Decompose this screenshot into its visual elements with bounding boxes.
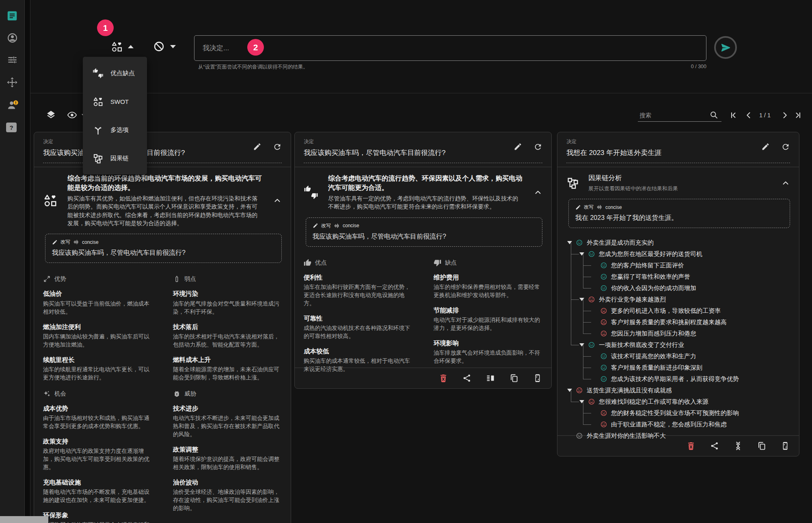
- move-nav-button[interactable]: [6, 77, 18, 89]
- tree-node-label: 外卖行业竞争越来越激烈: [599, 296, 666, 303]
- move-icon: [6, 77, 18, 88]
- positive-face-icon: [600, 284, 607, 292]
- regenerate-button[interactable]: [533, 142, 542, 151]
- tree-node-label: 您的客户始终留下正面评价: [611, 262, 684, 269]
- menu-item-pros-cons[interactable]: 优点缺点: [83, 59, 147, 87]
- trash-icon: [686, 441, 696, 451]
- menu-item-multi-option[interactable]: 多选项: [83, 116, 147, 144]
- pencil-icon: [313, 223, 318, 228]
- schema-icon: [93, 153, 104, 164]
- section-title: 优势: [54, 275, 66, 283]
- analysis-type-dropdown-button[interactable]: [111, 41, 134, 53]
- thumb-up-icon: [304, 259, 311, 267]
- edit-decision-button[interactable]: [761, 142, 770, 151]
- search-icon[interactable]: [709, 110, 719, 120]
- card-header: 决定 我应该购买油车吗，尽管电动汽车目前很流行?: [295, 132, 551, 157]
- tree-node: 客户对服务质量的新进步印象深刻: [592, 362, 790, 373]
- card-header: 决定 我想在 2023 年开始送外卖生涯: [557, 132, 799, 157]
- chevron-left-icon: [744, 110, 754, 120]
- delete-card-button[interactable]: [438, 373, 448, 383]
- copy-button[interactable]: [509, 373, 519, 383]
- negative-face-icon: [600, 330, 607, 337]
- previous-page-button[interactable]: [744, 110, 754, 120]
- next-page-button[interactable]: [780, 110, 790, 120]
- analysis-item: 成本优势由于油车市场相对较大和成熟，购买油车通常会享受到更多的成本优势和购车优惠…: [43, 405, 152, 430]
- compare-view-button[interactable]: [486, 373, 495, 383]
- menu-item-swot[interactable]: SWOT: [83, 87, 147, 116]
- last-page-button[interactable]: [793, 110, 803, 120]
- collapse-analysis-button[interactable]: [781, 179, 790, 187]
- negative-face-icon: [600, 319, 607, 326]
- tree-node-label: 你的收入会因为你的成功而增加: [611, 284, 696, 292]
- dashed-divider: [566, 163, 790, 163]
- item-title: 成本较低: [304, 347, 412, 355]
- step-badge-2: 2: [247, 39, 264, 56]
- item-description: 由于油车市场相对较大和成熟，购买油车通常会享受到更多的成本优势和购车优惠。: [43, 414, 152, 430]
- visibility-button[interactable]: [67, 110, 77, 120]
- app-window: ? 1 2 从“设置”页面尝试不同的音调以获得不同的结果。 0 / 300 1 …: [0, 0, 812, 523]
- analysis-item: 环境污染油车的尾气排放会对空气质量和环境造成污染，不利于环保。: [173, 290, 282, 316]
- section-opportunities: 机会成本优势由于油车市场相对较大和成熟，购买油车通常会享受到更多的成本优势和购车…: [43, 382, 152, 523]
- item-description: 随着环境保护意识的提高，政府可能会调整相关政策，限制油车的使用和销售。: [173, 455, 282, 471]
- tree-node-label: 客户对服务质量的要求和挑剔程度越来越高: [611, 319, 727, 326]
- share-button[interactable]: [710, 441, 719, 451]
- regenerate-button[interactable]: [781, 142, 790, 151]
- rewrite-box[interactable]: 改写 concise 我在 2023 年开始了我的送货生涯。: [568, 199, 790, 228]
- profile-alert-nav-button[interactable]: [6, 99, 18, 111]
- tone-eq-icon: [334, 223, 340, 229]
- menu-item-causal-chain[interactable]: 因果链: [83, 144, 147, 172]
- tune-icon: [7, 54, 18, 65]
- rewrite-box[interactable]: 改写 concise 我应该购买油车吗，尽管电动汽车目前很流行?: [45, 234, 282, 263]
- help-nav-button[interactable]: ?: [6, 121, 18, 133]
- decision-input[interactable]: [194, 35, 706, 61]
- item-title: 环境污染: [173, 290, 282, 298]
- item-title: 政策调整: [173, 446, 282, 454]
- tree-node: 外卖生涯对你的生活影响不大: [567, 430, 790, 441]
- item-description: 选择购买电动汽车可以展示个人环保意识和对环境保护的贡献。: [43, 521, 152, 523]
- tree-node: 你的收入会因为你的成功而增加: [592, 282, 790, 294]
- export-image-button[interactable]: [533, 373, 542, 383]
- rewrite-box[interactable]: 改写 concise 我应该购买油车吗，尽管电动汽车目前很流行?: [306, 217, 542, 247]
- regenerate-button[interactable]: [273, 142, 282, 151]
- layers-view-button[interactable]: [46, 110, 56, 120]
- tree-node-label: 一项新技术彻底改变了交付行业: [599, 341, 684, 349]
- analysis-item: 政策支持政府对电动汽车的政策支持力度在逐渐增加，购买电动汽车可能享受到相关政策的…: [43, 437, 152, 471]
- positive-face-icon: [600, 273, 607, 280]
- positive-face-icon: [600, 364, 607, 371]
- tree-node: 送货生涯充满挑战且没有成就感您很难找到稳定的工作或可靠的收入来源您的财务稳定性受…: [567, 385, 790, 430]
- export-image-button[interactable]: [780, 441, 790, 451]
- horizontal-scrollbar-thumb[interactable]: [0, 516, 48, 523]
- copy-button[interactable]: [757, 441, 767, 451]
- positive-face-icon: [600, 375, 607, 383]
- section-header: 弱点: [173, 275, 282, 283]
- decision-title: 我应该购买油车吗，尽管电动汽车目前很流行?: [304, 148, 445, 157]
- account-nav-button[interactable]: [6, 32, 18, 44]
- tone-eq-icon: [596, 204, 603, 210]
- first-page-button[interactable]: [729, 110, 739, 120]
- share-button[interactable]: [462, 373, 472, 383]
- edit-decision-button[interactable]: [253, 142, 261, 151]
- section-header: 优势: [43, 275, 152, 283]
- tone-label: concise: [605, 204, 622, 210]
- caret-down-icon: [170, 45, 176, 48]
- collapse-summary-button[interactable]: [533, 188, 542, 197]
- submit-decision-button[interactable]: [714, 36, 737, 59]
- tree-node: 该技术可提高您的效率和生产力: [592, 351, 790, 362]
- tree-node: 外卖生涯是成功而充实的您成为您所在地区最受好评的送货司机您的客户始终留下正面评价…: [567, 237, 790, 385]
- settings-nav-button[interactable]: [6, 54, 18, 67]
- card-header: 决定 我应该购买油车吗，尽管电动汽车目前很流行?: [34, 132, 291, 157]
- item-description: 油车在加油和行驶距离方面有一定的优势，更适合长途旅行和没有电动充电设施的地方。: [304, 283, 412, 308]
- section-title: 弱点: [184, 275, 196, 283]
- tree-node: 外卖行业竞争越来越激烈更多的司机进入市场，导致较低的工资率客户对服务质量的要求和…: [579, 294, 790, 339]
- analysis-type-menu: 优点缺点SWOT多选项因果链: [83, 57, 147, 174]
- delete-card-button[interactable]: [686, 441, 696, 451]
- collapse-summary-button[interactable]: [273, 196, 282, 205]
- share-icon: [710, 441, 719, 451]
- tree-node-label: 您成为您所在地区最受好评的送货司机: [599, 250, 702, 258]
- collapse-all-button[interactable]: [733, 441, 743, 451]
- edit-decision-button[interactable]: [514, 142, 522, 151]
- summary-conclusion: 综合考虑当前的环保趋势和电动汽车市场的发展，购买电动汽车可能是较为合适的选择。: [67, 174, 263, 192]
- documents-nav-button[interactable]: [6, 10, 18, 22]
- tone-dropdown-button[interactable]: [153, 41, 176, 52]
- step-badge-1: 1: [97, 19, 114, 36]
